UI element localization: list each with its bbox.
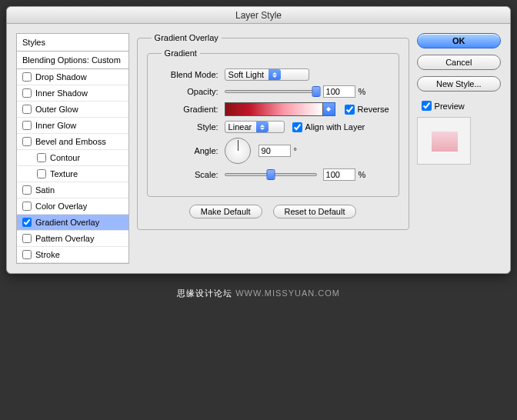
reverse-checkbox[interactable]: Reverse	[345, 105, 389, 115]
gradient-subtitle: Gradient	[162, 48, 200, 58]
gradient-swatch[interactable]	[225, 102, 323, 116]
effect-checkbox[interactable]	[22, 202, 32, 211]
scale-label: Scale:	[157, 170, 218, 179]
sidebar-item-label: Gradient Overlay	[35, 218, 99, 227]
sidebar-item-gradient-overlay[interactable]: Gradient Overlay	[17, 215, 128, 231]
scale-slider[interactable]	[225, 173, 317, 176]
sidebar-item-bevel-and-emboss[interactable]: Bevel and Emboss	[17, 134, 128, 150]
effect-checkbox[interactable]	[22, 72, 32, 82]
angle-dial[interactable]	[225, 138, 251, 164]
dropdown-icon	[256, 122, 269, 132]
align-with-layer-checkbox[interactable]: Align with Layer	[292, 122, 365, 132]
sidebar-item-label: Contour	[50, 153, 80, 162]
dropdown-icon	[269, 69, 281, 80]
sidebar-item-inner-glow[interactable]: Inner Glow	[17, 118, 128, 134]
make-default-button[interactable]: Make Default	[189, 205, 262, 218]
gradient-picker[interactable]	[225, 102, 335, 116]
sidebar-item-texture[interactable]: Texture	[17, 166, 128, 182]
panel-title: Gradient Overlay	[152, 33, 222, 42]
sidebar-item-pattern-overlay[interactable]: Pattern Overlay	[17, 231, 128, 247]
sidebar-item-label: Inner Shadow	[35, 88, 88, 98]
ok-button[interactable]: OK	[417, 33, 501, 48]
layer-style-dialog: Layer Style Styles Blending Options: Cus…	[6, 6, 511, 274]
sidebar-item-label: Bevel and Emboss	[35, 137, 106, 146]
style-label: Style:	[157, 122, 218, 132]
effect-checkbox[interactable]	[22, 137, 32, 146]
sidebar-item-drop-shadow[interactable]: Drop Shadow	[17, 69, 128, 85]
effect-checkbox[interactable]	[22, 234, 32, 243]
dialog-content: Styles Blending Options: Custom Drop Sha…	[7, 24, 510, 273]
sidebar-item-satin[interactable]: Satin	[17, 182, 128, 198]
sidebar-item-label: Drop Shadow	[35, 72, 87, 82]
effect-checkbox[interactable]	[22, 185, 32, 195]
window-title: Layer Style	[7, 7, 510, 24]
effect-checkbox[interactable]	[22, 88, 32, 98]
blend-mode-label: Blend Mode:	[157, 70, 218, 79]
opacity-slider[interactable]	[225, 90, 317, 93]
sidebar-item-stroke[interactable]: Stroke	[17, 247, 128, 263]
effect-checkbox[interactable]	[37, 169, 46, 178]
angle-label: Angle:	[157, 146, 218, 155]
scale-unit: %	[359, 170, 366, 179]
angle-field[interactable]	[258, 145, 291, 157]
blending-options-header[interactable]: Blending Options: Custom	[17, 52, 128, 69]
sidebar-item-color-overlay[interactable]: Color Overlay	[17, 198, 128, 215]
effect-checkbox[interactable]	[22, 250, 32, 259]
new-style-button[interactable]: New Style...	[417, 76, 501, 92]
opacity-unit: %	[359, 87, 366, 96]
sidebar-item-label: Inner Glow	[35, 121, 76, 130]
reset-to-default-button[interactable]: Reset to Default	[273, 205, 357, 218]
right-column: OK Cancel New Style... Preview	[417, 33, 501, 264]
sidebar-item-inner-shadow[interactable]: Inner Shadow	[17, 85, 128, 102]
gradient-group: Gradient Blend Mode: Soft Light Opacity:	[147, 48, 399, 197]
angle-unit: °	[294, 146, 297, 155]
sidebar-item-label: Color Overlay	[35, 202, 87, 211]
opacity-field[interactable]	[323, 85, 355, 98]
cancel-button[interactable]: Cancel	[417, 55, 501, 70]
footer-watermark: 思缘设计论坛 WWW.MISSYUAN.COM	[177, 288, 340, 299]
sidebar-item-contour[interactable]: Contour	[17, 150, 128, 166]
blend-mode-select[interactable]: Soft Light	[225, 68, 309, 81]
effect-checkbox[interactable]	[22, 218, 32, 227]
preview-thumbnail	[417, 117, 471, 165]
preview-checkbox[interactable]: Preview	[417, 101, 501, 111]
effect-checkbox[interactable]	[37, 153, 46, 162]
sidebar-item-label: Pattern Overlay	[35, 234, 94, 243]
gradient-label: Gradient:	[157, 105, 218, 114]
sidebar-item-label: Satin	[35, 185, 55, 195]
styles-sidebar: Styles Blending Options: Custom Drop Sha…	[16, 33, 129, 264]
scale-field[interactable]	[323, 168, 355, 181]
slider-thumb[interactable]	[312, 86, 320, 97]
gradient-overlay-group: Gradient Overlay Gradient Blend Mode: So…	[137, 33, 409, 230]
slider-thumb[interactable]	[266, 169, 275, 180]
sidebar-item-label: Texture	[50, 169, 78, 178]
effect-checkbox[interactable]	[22, 105, 32, 114]
opacity-label: Opacity:	[157, 87, 218, 96]
sidebar-item-outer-glow[interactable]: Outer Glow	[17, 102, 128, 118]
sidebar-item-label: Outer Glow	[35, 105, 78, 114]
effect-checkbox[interactable]	[22, 121, 32, 130]
main-panel: Gradient Overlay Gradient Blend Mode: So…	[137, 33, 409, 264]
styles-header[interactable]: Styles	[17, 34, 128, 52]
dropdown-icon[interactable]	[323, 102, 335, 116]
sidebar-item-label: Stroke	[35, 250, 60, 259]
style-select[interactable]: Linear	[225, 121, 285, 133]
